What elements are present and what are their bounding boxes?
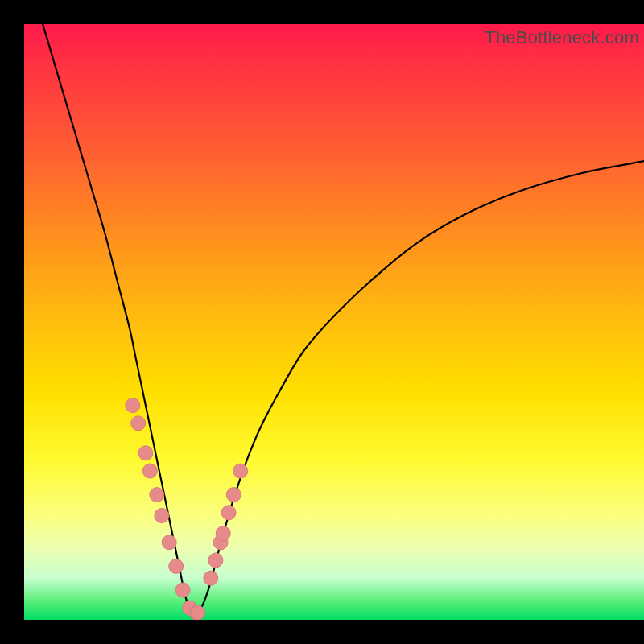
marker-dot <box>155 509 169 523</box>
marker-dot <box>162 535 176 550</box>
marker-dot <box>208 553 223 568</box>
marker-dot <box>175 583 190 597</box>
marker-dot <box>126 398 140 413</box>
plot-area: TheBottleneck.com <box>24 24 644 620</box>
chart-frame: TheBottleneck.com <box>0 0 644 644</box>
marker-dot <box>150 488 164 502</box>
marker-dot <box>138 446 153 460</box>
chart-svg <box>24 24 644 620</box>
marker-dot <box>204 571 218 585</box>
marker-dot <box>131 416 146 431</box>
marker-dot <box>216 526 230 541</box>
curve-layer <box>43 24 644 616</box>
marker-dot <box>142 464 157 478</box>
marker-dot <box>169 559 184 573</box>
marker-dot <box>221 506 236 520</box>
marker-dot <box>191 605 205 620</box>
marker-dot <box>226 488 241 502</box>
sample-markers <box>126 398 248 620</box>
marker-dot <box>233 464 248 478</box>
bottleneck-curve <box>43 24 644 616</box>
